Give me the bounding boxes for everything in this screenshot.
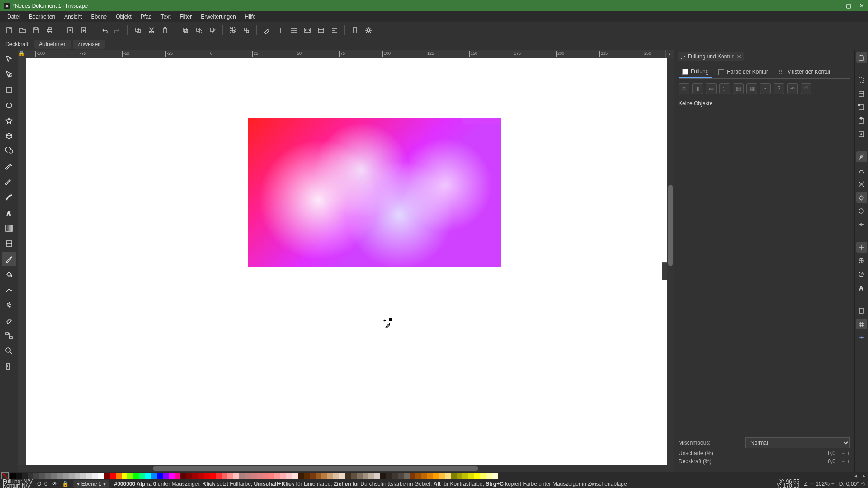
palette-swatch[interactable] bbox=[257, 473, 263, 479]
minimize-button[interactable]: — bbox=[832, 2, 838, 9]
palette-swatch[interactable] bbox=[421, 473, 427, 479]
palette-swatch[interactable] bbox=[110, 473, 116, 479]
snap-node-smooth[interactable] bbox=[856, 206, 867, 216]
palette-swatch[interactable] bbox=[127, 473, 133, 479]
palette-swatch[interactable] bbox=[86, 473, 92, 479]
palette-swatch[interactable] bbox=[180, 473, 186, 479]
zoom-plus[interactable]: + bbox=[831, 481, 835, 487]
palette-swatch[interactable] bbox=[480, 473, 486, 479]
ellipse-tool[interactable] bbox=[2, 98, 16, 113]
palette-swatch[interactable] bbox=[39, 473, 45, 479]
layers-button[interactable] bbox=[288, 24, 300, 37]
new-doc-button[interactable] bbox=[3, 24, 15, 37]
bucket-tool[interactable] bbox=[2, 267, 16, 282]
palette-swatch[interactable] bbox=[304, 473, 310, 479]
palette-swatch[interactable] bbox=[292, 473, 298, 479]
palette-swatch[interactable] bbox=[374, 473, 380, 479]
paint-pattern-button[interactable]: ▩ bbox=[746, 83, 757, 94]
snap-bbox-midpoint[interactable] bbox=[856, 115, 867, 126]
palette-swatch[interactable] bbox=[251, 473, 257, 479]
box3d-tool[interactable] bbox=[2, 129, 16, 143]
assign-mode-button[interactable]: Zuweisen bbox=[73, 40, 105, 49]
fill-stroke-button[interactable] bbox=[260, 24, 273, 37]
palette-swatch[interactable] bbox=[492, 473, 498, 479]
spiral-tool[interactable] bbox=[2, 144, 16, 159]
palette-swatch[interactable] bbox=[98, 473, 104, 479]
palette-swatch[interactable] bbox=[133, 473, 139, 479]
menu-filter[interactable]: Filter bbox=[175, 12, 197, 22]
palette-swatch[interactable] bbox=[28, 473, 33, 479]
horizontal-scrollbar[interactable] bbox=[18, 465, 674, 472]
snap-bbox-corner[interactable] bbox=[856, 102, 867, 113]
paint-radial-button[interactable]: ◌ bbox=[719, 83, 730, 94]
status-rotation[interactable]: D: 0,00° ⟲ bbox=[839, 481, 865, 487]
tab-stroke-style[interactable]: Muster der Kontur bbox=[774, 66, 834, 78]
menu-file[interactable]: Datei bbox=[3, 12, 24, 22]
dock-collapse-handle[interactable]: ⋮ bbox=[662, 262, 667, 280]
palette-swatch[interactable] bbox=[333, 473, 339, 479]
palette-swatch[interactable] bbox=[139, 473, 145, 479]
menu-help[interactable]: Hilfe bbox=[241, 12, 260, 22]
palette-menu[interactable]: ▸ bbox=[860, 473, 868, 479]
measure-tool[interactable] bbox=[2, 359, 16, 374]
palette-swatch[interactable] bbox=[468, 473, 474, 479]
gradient-tool[interactable] bbox=[2, 221, 16, 235]
snap-center[interactable] bbox=[856, 255, 867, 266]
snap-path[interactable] bbox=[856, 165, 867, 176]
snap-grid[interactable] bbox=[856, 319, 867, 329]
snap-node-cusp[interactable] bbox=[856, 192, 867, 203]
star-tool[interactable] bbox=[2, 113, 16, 128]
pen-tool[interactable] bbox=[2, 160, 16, 174]
snap-bbox-center[interactable] bbox=[856, 129, 867, 140]
layer-selector[interactable]: ▾Ebene 1▾ bbox=[73, 480, 110, 488]
text-props-button[interactable] bbox=[274, 24, 287, 37]
palette-swatch[interactable] bbox=[104, 473, 110, 479]
lock-icon[interactable]: 🔓 bbox=[62, 481, 69, 487]
snap-guide[interactable] bbox=[856, 332, 867, 343]
snap-midpoint[interactable] bbox=[856, 219, 867, 230]
palette-swatch[interactable] bbox=[433, 473, 439, 479]
cut-button[interactable] bbox=[145, 24, 158, 37]
palette-swatch[interactable] bbox=[386, 473, 392, 479]
menu-extensions[interactable]: Erweiterungen bbox=[196, 12, 240, 22]
palette-swatch[interactable] bbox=[263, 473, 269, 479]
snap-master-toggle[interactable] bbox=[856, 52, 867, 63]
palette-swatch[interactable] bbox=[445, 473, 451, 479]
snap-other-toggle[interactable] bbox=[856, 242, 867, 253]
palette-swatch[interactable] bbox=[210, 473, 216, 479]
palette-swatch[interactable] bbox=[22, 473, 28, 479]
export-button[interactable] bbox=[77, 24, 90, 37]
spray-tool[interactable] bbox=[2, 298, 16, 312]
rectangle-tool[interactable] bbox=[2, 83, 16, 97]
palette-swatch[interactable] bbox=[357, 473, 363, 479]
palette-swatch[interactable] bbox=[16, 473, 22, 479]
align-button[interactable] bbox=[328, 24, 341, 37]
dropper-tool[interactable] bbox=[2, 252, 16, 266]
palette-swatch[interactable] bbox=[192, 473, 198, 479]
opacity-minus[interactable]: − bbox=[842, 458, 845, 465]
connector-tool[interactable] bbox=[2, 328, 16, 343]
palette-swatch[interactable] bbox=[457, 473, 462, 479]
pencil-tool[interactable] bbox=[2, 175, 16, 189]
snap-text[interactable]: A bbox=[856, 282, 867, 293]
visibility-icon[interactable]: 👁 bbox=[52, 481, 57, 487]
clone-button[interactable] bbox=[193, 24, 205, 37]
paint-undo-button[interactable]: ↶ bbox=[787, 83, 798, 94]
palette-swatch[interactable] bbox=[63, 473, 69, 479]
snap-bbox-edge[interactable] bbox=[856, 88, 867, 99]
snap-page[interactable] bbox=[856, 305, 867, 316]
panel-close-icon[interactable]: ✕ bbox=[737, 54, 741, 60]
palette-swatch[interactable] bbox=[368, 473, 374, 479]
palette-swatch[interactable] bbox=[233, 473, 239, 479]
palette-swatch[interactable] bbox=[80, 473, 86, 479]
duplicate-button[interactable] bbox=[179, 24, 192, 37]
palette-swatch[interactable] bbox=[57, 473, 63, 479]
palette-swatch[interactable] bbox=[427, 473, 433, 479]
menu-view[interactable]: Ansicht bbox=[60, 12, 86, 22]
zoom-tool[interactable] bbox=[2, 344, 16, 358]
palette-swatch[interactable] bbox=[69, 473, 75, 479]
paint-heart-button[interactable]: ♡ bbox=[801, 83, 811, 94]
palette-swatch[interactable] bbox=[462, 473, 468, 479]
doc-props-button[interactable] bbox=[349, 24, 361, 37]
palette-swatch[interactable] bbox=[410, 473, 415, 479]
